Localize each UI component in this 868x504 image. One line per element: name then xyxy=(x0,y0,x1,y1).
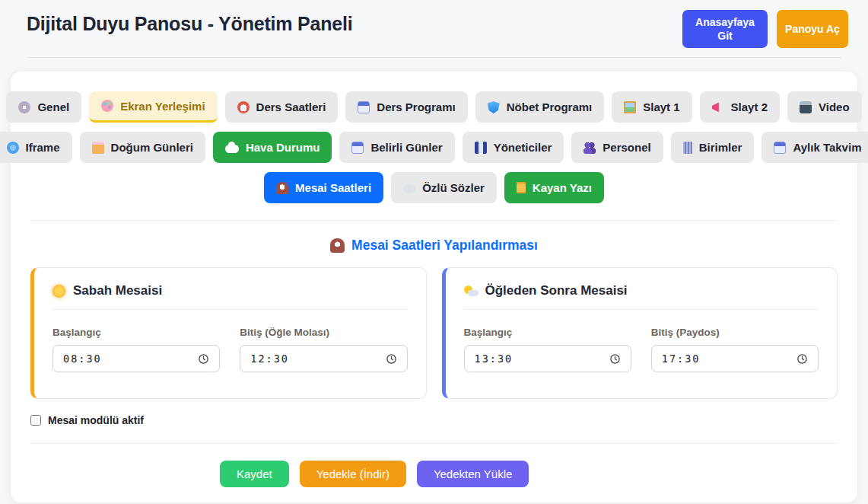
mantel-clock-icon xyxy=(330,238,345,253)
people-icon xyxy=(583,142,596,154)
sun-icon xyxy=(52,285,65,298)
clock-icon xyxy=(386,353,397,365)
tab-ozlu-sozler[interactable]: Özlü Sözler xyxy=(391,172,497,203)
footer-divider xyxy=(30,443,838,444)
morning-shift-card: Sabah Mesaisi Başlangıç 08:30 Bitiş (Öğl… xyxy=(30,267,427,399)
tab-slayt-1[interactable]: Slayt 1 xyxy=(612,91,692,123)
necktie-icon xyxy=(475,142,487,154)
go-home-button[interactable]: Anasayfaya Git xyxy=(682,10,768,48)
tab-hava-durumu[interactable]: Hava Durumu xyxy=(213,132,332,163)
main-card: Genel Ekran Yerleşimi Ders Saatleri Ders… xyxy=(11,72,857,502)
tab-label: Kayan Yazı xyxy=(533,181,592,194)
palette-icon xyxy=(101,100,113,112)
tab-label: Video xyxy=(819,100,850,113)
tab-label: Ekran Yerleşimi xyxy=(120,100,205,113)
tab-video[interactable]: Video xyxy=(787,91,862,123)
header-divider xyxy=(27,57,841,58)
shield-icon xyxy=(488,101,500,113)
morning-end-time-input[interactable]: 12:30 xyxy=(240,345,407,372)
afternoon-shift-card: Öğleden Sonra Mesaisi Başlangıç 13:30 Bi… xyxy=(442,267,838,399)
tab-label: Doğum Günleri xyxy=(111,141,193,154)
afternoon-end-field: Bitiş (Paydos) 17:30 xyxy=(651,327,819,372)
section-heading: Mesai Saatleri Yapılandırması xyxy=(26,238,842,254)
tab-label: Ders Programı xyxy=(377,100,455,113)
clock-icon xyxy=(796,353,808,365)
tab-label: Personel xyxy=(603,141,650,154)
module-active-row: Mesai modülü aktif xyxy=(30,414,838,426)
tab-row-3: Mesai Saatleri Özlü Sözler Kayan Yazı xyxy=(264,172,604,203)
mantel-clock-icon xyxy=(276,182,288,194)
gear-icon xyxy=(18,101,30,113)
tab-personel[interactable]: Personel xyxy=(571,132,663,163)
tab-label: Hava Durumu xyxy=(246,141,320,154)
tab-label: Yöneticiler xyxy=(494,141,552,154)
afternoon-end-label: Bitiş (Paydos) xyxy=(651,327,819,338)
tab-ders-programi[interactable]: Ders Programı xyxy=(345,91,467,123)
tab-label: Özlü Sözler xyxy=(422,181,485,194)
time-value: 17:30 xyxy=(662,352,701,365)
tab-slayt-2[interactable]: Slayt 2 xyxy=(700,91,780,123)
speech-bubble-icon xyxy=(403,184,415,193)
tab-ekran-yerlesimi[interactable]: Ekran Yerleşimi xyxy=(89,91,217,123)
shift-cards: Sabah Mesaisi Başlangıç 08:30 Bitiş (Öğl… xyxy=(30,267,838,399)
header: Dijital Duyu Panosu - Yönetim Paneli Ana… xyxy=(0,0,868,48)
tab-iframe[interactable]: Iframe xyxy=(0,132,72,163)
section-heading-text: Mesai Saatleri Yapılandırması xyxy=(351,238,538,254)
tab-label: Aylık Takvim xyxy=(793,141,861,154)
header-actions: Anasayfaya Git Panoyu Aç xyxy=(682,10,848,48)
tab-bar: Genel Ekran Yerleşimi Ders Saatleri Ders… xyxy=(26,91,842,203)
calendar-icon xyxy=(351,142,364,154)
sun-behind-cloud-icon xyxy=(464,285,478,296)
afternoon-end-time-input[interactable]: 17:30 xyxy=(651,345,819,372)
tab-birimler[interactable]: Birimler xyxy=(671,132,755,163)
tab-label: Nöbet Programı xyxy=(507,100,593,113)
tab-ders-saatleri[interactable]: Ders Saatleri xyxy=(225,91,339,123)
tab-row-2: Iframe Doğum Günleri Hava Durumu Belirli… xyxy=(0,132,868,163)
cloud-icon xyxy=(225,145,239,153)
tab-kayan-yazi[interactable]: Kayan Yazı xyxy=(504,172,604,203)
tab-yoneticiler[interactable]: Yöneticiler xyxy=(463,132,564,163)
tab-label: Slayt 2 xyxy=(731,100,768,113)
tab-label: Genel xyxy=(37,100,69,113)
birthday-cake-icon xyxy=(92,142,104,154)
module-active-checkbox[interactable] xyxy=(30,415,41,426)
module-active-label[interactable]: Mesai modülü aktif xyxy=(48,414,144,426)
time-value: 12:30 xyxy=(250,352,289,365)
clock-icon xyxy=(609,353,621,365)
morning-shift-title: Sabah Mesaisi xyxy=(52,283,408,298)
megaphone-icon xyxy=(712,101,724,113)
tab-row-1: Genel Ekran Yerleşimi Ders Saatleri Ders… xyxy=(6,91,861,123)
afternoon-start-field: Başlangıç 13:30 xyxy=(464,327,631,372)
globe-icon xyxy=(7,142,19,154)
morning-start-time-input[interactable]: 08:30 xyxy=(52,345,220,372)
alarm-clock-icon xyxy=(237,101,250,113)
tab-label: Mesai Saatleri xyxy=(295,181,371,194)
backup-download-button[interactable]: Yedekle (İndir) xyxy=(300,461,406,487)
restore-from-backup-button[interactable]: Yedekten Yükle xyxy=(417,461,529,487)
tab-dogum-gunleri[interactable]: Doğum Günleri xyxy=(80,132,205,163)
tab-genel[interactable]: Genel xyxy=(6,91,81,123)
calendar-icon xyxy=(774,142,786,154)
tab-aylik-takvim[interactable]: Aylık Takvim xyxy=(761,132,868,163)
save-button[interactable]: Kaydet xyxy=(220,461,289,487)
card-divider xyxy=(52,309,408,310)
morning-end-label: Bitiş (Öğle Molası) xyxy=(240,327,407,338)
morning-start-label: Başlangıç xyxy=(52,327,220,338)
tab-label: Iframe xyxy=(26,141,60,154)
afternoon-start-label: Başlangıç xyxy=(464,327,631,338)
tab-label: Slayt 1 xyxy=(643,100,679,113)
picture-icon xyxy=(624,101,636,113)
afternoon-shift-title-text: Öğleden Sonra Mesaisi xyxy=(485,283,628,298)
clapperboard-icon xyxy=(800,101,812,113)
open-panel-button[interactable]: Panoyu Aç xyxy=(777,10,848,48)
clock-icon xyxy=(198,353,209,365)
time-value: 13:30 xyxy=(475,352,513,365)
afternoon-shift-title: Öğleden Sonra Mesaisi xyxy=(464,283,819,298)
card-divider xyxy=(464,309,819,310)
tab-mesai-saatleri[interactable]: Mesai Saatleri xyxy=(264,172,383,203)
tab-belirli-gunler[interactable]: Belirli Günler xyxy=(339,132,454,163)
afternoon-start-time-input[interactable]: 13:30 xyxy=(464,345,631,372)
time-value: 08:30 xyxy=(63,352,102,365)
tab-nobet-programi[interactable]: Nöbet Programı xyxy=(475,91,605,123)
footer-actions: Kaydet Yedekle (İndir) Yedekten Yükle xyxy=(220,461,842,487)
